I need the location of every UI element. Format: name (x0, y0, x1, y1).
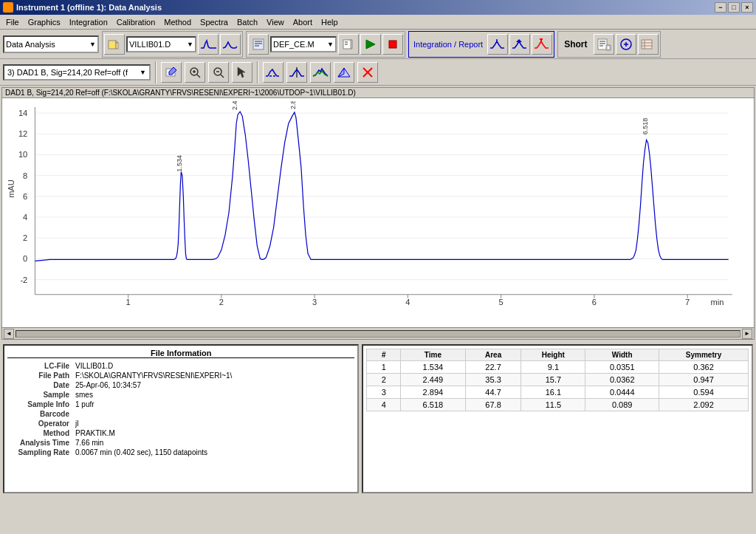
toolbar-area: Data Analysis ▼ VILLIB01.D ▼ DEF_CE.M ▼ (0, 30, 756, 59)
report2-btn[interactable] (616, 34, 636, 55)
data-analysis-dropdown[interactable]: Data Analysis ▼ (3, 35, 99, 53)
svg-text:12: 12 (18, 129, 27, 138)
svg-text:2.894: 2.894 (289, 101, 297, 109)
field-value: 1 pufr (74, 400, 354, 409)
menu-view[interactable]: View (262, 16, 289, 28)
peak-col-header: Area (465, 349, 521, 361)
separator1 (155, 61, 157, 83)
field-label: Sampling Rate (7, 448, 74, 457)
3d-btn[interactable] (334, 62, 354, 83)
field-value: 0.0067 min (0.402 sec), 1150 datapoints (74, 448, 354, 457)
field-label: Analysis Time (7, 438, 74, 448)
peak-cell: 1 (367, 361, 401, 374)
svg-text:4: 4 (23, 213, 27, 222)
menu-integration[interactable]: Integration (65, 16, 112, 28)
signal-edit-btn[interactable] (161, 62, 182, 83)
svg-text:7: 7 (685, 298, 690, 307)
file-info-title: File Information (7, 349, 354, 358)
menu-bar: File Graphics Integration Calibration Me… (0, 15, 756, 30)
menu-graphics[interactable]: Graphics (24, 16, 65, 28)
menu-spectra[interactable]: Spectra (196, 16, 233, 28)
svg-text:1.534: 1.534 (176, 155, 183, 172)
peak-cell: 6.518 (401, 399, 466, 411)
peak-col-header: Width (585, 349, 659, 361)
svg-text:4: 4 (405, 298, 410, 307)
int-set-btn[interactable] (509, 34, 530, 55)
peak-cell: 22.7 (465, 361, 521, 374)
run-method-btn[interactable] (360, 34, 381, 55)
svg-line-31 (197, 75, 200, 78)
file-info-row: Samplesmes (7, 390, 354, 400)
data-file-dropdown[interactable]: VILLIB01.D ▼ (126, 36, 196, 52)
peak-cell: 4 (367, 399, 401, 411)
peak-table-panel: #TimeAreaHeightWidthSymmetry 11.53422.79… (362, 344, 753, 493)
zoom-out-btn[interactable] (208, 62, 229, 83)
peak-col-header: Time (401, 349, 466, 361)
menu-method[interactable]: Method (159, 16, 196, 28)
peak-col-header: # (367, 349, 401, 361)
svg-line-35 (221, 75, 224, 78)
separator2 (257, 61, 258, 83)
field-label: Date (7, 380, 74, 390)
file-info-row: LC-FileVILLIB01.D (7, 361, 354, 371)
field-value: smes (74, 390, 354, 400)
method-dropdown[interactable]: DEF_CE.M ▼ (270, 36, 337, 52)
stop-method-btn[interactable] (382, 34, 403, 55)
file-info-row: Date25-Apr-06, 10:34:57 (7, 380, 354, 390)
scroll-right[interactable]: ► (742, 329, 752, 339)
svg-text:2.449: 2.449 (231, 101, 238, 110)
window-title: Instrument 1 (offline 1): Data Analysis (16, 3, 162, 12)
field-label: Barcode (7, 409, 74, 419)
int-report-label[interactable]: Integration / Report (410, 40, 486, 49)
report3-btn[interactable] (638, 34, 659, 55)
svg-text:6: 6 (592, 298, 597, 307)
peak-cell: 16.1 (521, 386, 585, 399)
menu-abort[interactable]: Abort (289, 16, 317, 28)
overlay-btn[interactable] (310, 62, 331, 83)
menu-calibration[interactable]: Calibration (112, 16, 160, 28)
svg-rect-2 (116, 43, 118, 49)
field-value (74, 409, 354, 419)
file-info-row: File PathF:\SKOLA\GRANTY\FRVS\RESENI\EXP… (7, 371, 354, 380)
field-value: 25-Apr-06, 10:34:57 (74, 380, 354, 390)
divide-btn[interactable] (286, 62, 307, 83)
signal-dropdown[interactable]: 3) DAD1 B, Sig=214,20 Ref=off (f ▼ (3, 64, 151, 81)
int-stop-btn[interactable] (532, 34, 552, 55)
open-file-btn[interactable] (104, 34, 125, 55)
zoom-in-btn[interactable] (185, 62, 205, 83)
menu-file[interactable]: File (1, 16, 24, 28)
field-label: Sample (7, 390, 74, 400)
peak-cell: 35.3 (465, 374, 521, 386)
report1-btn[interactable] (594, 34, 614, 55)
peak-cell: 44.7 (465, 386, 521, 399)
field-label: Sample Info (7, 400, 74, 409)
baseline-btn[interactable] (263, 62, 284, 83)
chart-title: DAD1 B, Sig=214,20 Ref=off (F:\SKOLA\GRA… (2, 88, 754, 98)
svg-text:6.518: 6.518 (642, 118, 649, 135)
short-section: Short (557, 31, 660, 58)
app-icon (3, 2, 13, 13)
cursor-btn[interactable] (232, 62, 252, 83)
spectrum-btn[interactable] (220, 34, 241, 55)
title-bar: Instrument 1 (offline 1): Data Analysis … (0, 0, 756, 15)
maximize-button[interactable]: □ (728, 2, 740, 13)
int-start-btn[interactable] (487, 34, 508, 55)
peak-row: 11.53422.79.10.03510.362 (367, 361, 749, 374)
scroll-track[interactable] (16, 330, 740, 338)
peak-cell: 0.362 (659, 361, 749, 374)
edit-method-btn[interactable] (338, 34, 359, 55)
menu-help[interactable]: Help (317, 16, 343, 28)
menu-batch[interactable]: Batch (233, 16, 262, 28)
peak-cell: 0.0362 (585, 374, 659, 386)
open-method-btn[interactable] (248, 34, 269, 55)
scrollbar: ◄ ► (2, 327, 754, 339)
peak-row: 22.44935.315.70.03620.947 (367, 374, 749, 386)
svg-text:10: 10 (18, 151, 27, 160)
minimize-button[interactable]: − (715, 2, 726, 13)
chromatogram-btn[interactable] (198, 34, 219, 55)
delete-btn[interactable] (357, 62, 378, 83)
close-button[interactable]: × (741, 2, 753, 13)
scroll-left[interactable]: ◄ (4, 329, 14, 339)
toolbar2: 3) DAD1 B, Sig=214,20 Ref=off (f ▼ (0, 59, 756, 86)
svg-text:1: 1 (126, 298, 131, 307)
